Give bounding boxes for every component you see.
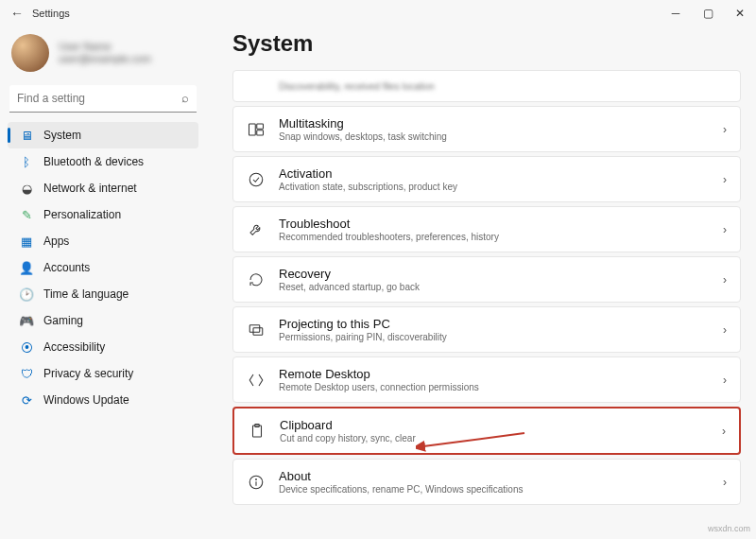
minimize-button[interactable]: ─ [660, 0, 692, 26]
svg-rect-5 [253, 327, 263, 335]
sidebar-item-label: Privacy & security [43, 367, 133, 380]
sidebar-item-label: Bluetooth & devices [43, 155, 144, 168]
back-button[interactable]: ← [8, 6, 26, 21]
clipboard-icon [248, 422, 266, 441]
card-subtitle: Snap windows, desktops, task switching [279, 131, 710, 142]
card-title: Recovery [279, 267, 710, 281]
troubleshoot-icon [247, 220, 266, 239]
sidebar-item-label: Accessibility [43, 340, 105, 354]
card-troubleshoot[interactable]: TroubleshootRecommended troubleshooters,… [232, 206, 741, 252]
card-subtitle: Activation state, subscriptions, product… [279, 182, 710, 192]
sidebar-item-label: Network & internet [43, 182, 137, 195]
personalization-icon: ✎ [19, 207, 34, 222]
sidebar-item-label: System [43, 129, 81, 142]
recovery-icon [247, 270, 266, 289]
sidebar-item-update[interactable]: ⟳Windows Update [8, 387, 198, 413]
chevron-right-icon: › [723, 223, 727, 236]
card-title: Discoverability, received files location [279, 81, 727, 92]
sidebar-item-system[interactable]: 🖥System [8, 122, 198, 148]
window-title: Settings [32, 8, 70, 19]
maximize-button[interactable]: ▢ [692, 0, 724, 26]
chevron-right-icon: › [723, 323, 727, 337]
card-activation[interactable]: ActivationActivation state, subscription… [232, 156, 741, 202]
avatar [11, 34, 49, 72]
card-about[interactable]: AboutDevice specifications, rename PC, W… [232, 459, 741, 505]
network-icon: ◒ [19, 181, 34, 196]
watermark: wsxdn.com [708, 524, 750, 533]
card-subtitle: Permissions, pairing PIN, discoverabilit… [279, 332, 710, 342]
about-icon [247, 473, 266, 492]
user-name: User Name [59, 41, 195, 53]
card-multitasking[interactable]: MultitaskingSnap windows, desktops, task… [232, 106, 741, 152]
card-subtitle: Recommended troubleshooters, preferences… [279, 232, 710, 242]
search-input[interactable] [9, 85, 197, 113]
close-button[interactable]: ✕ [724, 0, 756, 26]
chevron-right-icon: › [723, 173, 727, 186]
card-projecting[interactable]: Projecting to this PCPermissions, pairin… [232, 306, 741, 353]
system-icon: 🖥 [19, 128, 34, 143]
card-truncated[interactable]: Discoverability, received files location [232, 70, 741, 102]
card-title: About [279, 469, 710, 483]
sidebar-item-privacy[interactable]: 🛡Privacy & security [8, 360, 198, 387]
time-icon: 🕑 [19, 287, 34, 302]
accounts-icon: 👤 [19, 260, 34, 275]
card-clipboard[interactable]: ClipboardCut and copy history, sync, cle… [232, 407, 741, 455]
chevron-right-icon: › [723, 476, 727, 489]
card-title: Troubleshoot [279, 217, 710, 231]
card-title: Clipboard [280, 418, 709, 432]
sidebar-item-network[interactable]: ◒Network & internet [8, 175, 198, 201]
card-title: Projecting to this PC [279, 317, 710, 331]
card-title: Activation [279, 166, 710, 181]
svg-rect-1 [257, 124, 264, 129]
apps-icon: ▦ [19, 234, 34, 249]
sidebar-item-time[interactable]: 🕑Time & language [8, 281, 198, 307]
sidebar-item-bluetooth[interactable]: ᛒBluetooth & devices [8, 148, 198, 175]
svg-point-3 [249, 173, 263, 186]
card-recovery[interactable]: RecoveryReset, advanced startup, go back… [232, 256, 741, 303]
card-subtitle: Reset, advanced startup, go back [279, 282, 710, 292]
svg-point-10 [256, 478, 257, 479]
sidebar-item-label: Apps [43, 235, 69, 248]
sidebar-item-label: Time & language [43, 287, 129, 301]
card-subtitle: Cut and copy history, sync, clear [280, 433, 709, 443]
card-remote[interactable]: Remote DesktopRemote Desktop users, conn… [232, 356, 741, 403]
sidebar-item-personalization[interactable]: ✎Personalization [8, 201, 198, 228]
chevron-right-icon: › [722, 425, 726, 438]
card-title: Multitasking [279, 116, 710, 130]
update-icon: ⟳ [19, 392, 34, 408]
user-panel[interactable]: User Name user@example.com [8, 32, 198, 81]
sidebar-item-accounts[interactable]: 👤Accounts [8, 254, 198, 281]
settings-card-list: Discoverability, received files location… [232, 70, 741, 505]
blank-icon [247, 77, 266, 96]
chevron-right-icon: › [723, 374, 727, 387]
card-title: Remote Desktop [279, 367, 710, 381]
multitasking-icon [247, 120, 266, 139]
card-subtitle: Device specifications, rename PC, Window… [279, 484, 710, 495]
sidebar-item-apps[interactable]: ▦Apps [8, 228, 198, 254]
sidebar-item-gaming[interactable]: 🎮Gaming [8, 307, 198, 334]
remote-icon [247, 371, 266, 390]
privacy-icon: 🛡 [19, 366, 34, 381]
bluetooth-icon: ᛒ [19, 154, 34, 169]
window-controls: ─ ▢ ✕ [660, 0, 756, 26]
projecting-icon [247, 321, 266, 339]
sidebar-item-accessibility[interactable]: ⦿Accessibility [8, 334, 198, 360]
nav-list: 🖥SystemᛒBluetooth & devices◒Network & in… [8, 122, 198, 413]
activation-icon [247, 170, 266, 189]
svg-rect-0 [249, 124, 256, 135]
sidebar-item-label: Gaming [43, 314, 83, 327]
search-container: ⌕ [9, 85, 197, 113]
sidebar: User Name user@example.com ⌕ 🖥SystemᛒBlu… [0, 26, 206, 539]
sidebar-item-label: Personalization [43, 208, 121, 221]
sidebar-item-label: Windows Update [43, 393, 129, 407]
user-email: user@example.com [59, 53, 195, 65]
svg-rect-2 [257, 130, 264, 134]
sidebar-item-label: Accounts [43, 261, 90, 274]
main-content[interactable]: System Discoverability, received files l… [206, 26, 756, 539]
accessibility-icon: ⦿ [19, 339, 34, 355]
card-subtitle: Remote Desktop users, connection permiss… [279, 382, 710, 392]
chevron-right-icon: › [723, 273, 727, 287]
svg-rect-4 [249, 324, 260, 332]
titlebar: ← Settings ─ ▢ ✕ [0, 0, 756, 26]
page-title: System [232, 30, 741, 57]
